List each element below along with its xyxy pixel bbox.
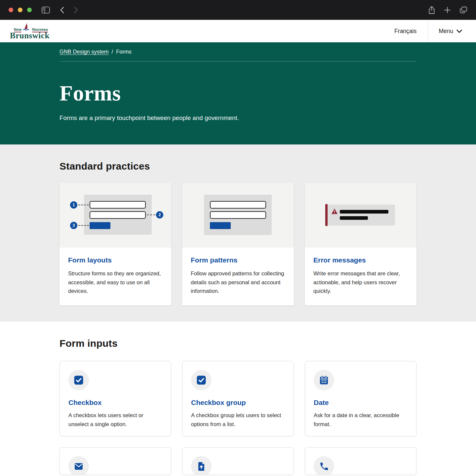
badge-3: 3 (70, 222, 77, 229)
card-form-layouts[interactable]: 1 2 3 Form layouts Structure forms so th… (60, 183, 171, 305)
card-description-date: Ask for a date in a clear, accessible fo… (314, 411, 408, 428)
forward-icon (74, 7, 78, 14)
language-toggle-link[interactable]: Français (383, 20, 428, 42)
zoom-window-button[interactable] (27, 8, 32, 12)
file-upload-icon (191, 456, 212, 475)
menu-button[interactable]: Menu (428, 20, 476, 42)
card-phone[interactable] (305, 447, 416, 475)
sidebar-icon[interactable] (42, 7, 50, 14)
card-title-date[interactable]: Date (314, 399, 408, 407)
breadcrumb-current: Forms (116, 49, 132, 55)
breadcrumb-link-design-system[interactable]: GNB Design system (60, 49, 109, 55)
card-form-patterns[interactable]: Form patterns Follow approved patterns f… (182, 183, 294, 305)
checkbox-group-icon (191, 370, 212, 390)
logo-text-brunswick: Brunswick (10, 31, 50, 40)
badge-1: 1 (70, 201, 77, 209)
card-title-error-messages[interactable]: Error messages (313, 256, 408, 264)
card-title-checkbox[interactable]: Checkbox (68, 399, 162, 407)
checkbox-icon (68, 370, 89, 390)
card-title-form-layouts[interactable]: Form layouts (68, 256, 163, 264)
card-file-upload[interactable] (182, 447, 294, 475)
browser-chrome (0, 0, 476, 20)
site-header: New Nouveau Brunswick Français Menu (0, 20, 476, 42)
hero-banner: GNB Design system / Forms Forms Forms ar… (0, 42, 476, 144)
minimize-window-button[interactable] (18, 8, 22, 12)
phone-icon (314, 456, 334, 475)
new-tab-icon[interactable] (444, 7, 451, 14)
card-date[interactable]: Date Ask for a date in a clear, accessib… (305, 361, 416, 436)
warning-icon (331, 208, 338, 216)
breadcrumb-separator: / (112, 49, 113, 55)
calendar-icon (314, 370, 334, 390)
card-checkbox[interactable]: Checkbox A checkbox lets users select or… (60, 361, 171, 436)
card-description-error-messages: Write error messages that are clear, act… (313, 269, 408, 296)
card-description-checkbox: A checkbox lets users select or unselect… (68, 411, 162, 428)
standard-practices-heading: Standard practices (60, 144, 416, 172)
chevron-down-icon (456, 28, 462, 35)
new-brunswick-logo[interactable]: New Nouveau Brunswick (0, 20, 50, 42)
standard-practices-section: Standard practices 1 2 3 Form layout (0, 144, 476, 322)
page-title: Forms (60, 81, 416, 106)
card-description-form-layouts: Structure forms so they are organized, a… (68, 269, 163, 296)
share-icon[interactable] (428, 6, 435, 14)
page-subtitle: Forms are a primary touchpoint between p… (60, 114, 416, 122)
form-inputs-heading: Form inputs (60, 322, 416, 349)
card-description-checkbox-group: A checkbox group lets users to select op… (191, 411, 285, 428)
badge-2: 2 (156, 211, 163, 218)
envelope-icon (68, 456, 89, 475)
close-window-button[interactable] (9, 8, 13, 12)
card-title-form-patterns[interactable]: Form patterns (191, 256, 285, 264)
breadcrumb: GNB Design system / Forms (60, 42, 416, 55)
window-controls (9, 8, 32, 12)
hero-divider (60, 61, 416, 61)
card-description-form-patterns: Follow approved patterns for collecting … (191, 269, 285, 296)
form-patterns-diagram (182, 183, 294, 248)
form-layouts-diagram: 1 2 3 (60, 183, 171, 248)
form-inputs-section: Form inputs Checkbox A checkbox lets use… (0, 322, 476, 475)
card-title-checkbox-group[interactable]: Checkbox group (191, 399, 285, 407)
card-checkbox-group[interactable]: Checkbox group A checkbox group lets use… (182, 361, 294, 436)
back-icon[interactable] (60, 7, 64, 14)
card-email[interactable] (60, 447, 171, 475)
menu-button-label: Menu (439, 28, 453, 35)
error-messages-diagram (305, 183, 416, 248)
tab-overview-icon[interactable] (459, 6, 467, 14)
card-error-messages[interactable]: Error messages Write error messages that… (305, 183, 416, 305)
